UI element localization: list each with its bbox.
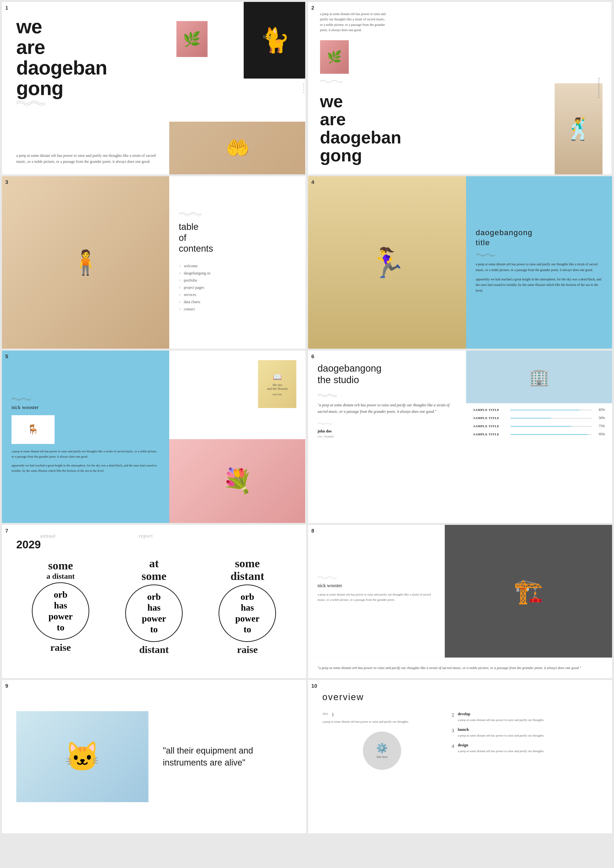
slide5-right: 📖 the seaand her flowers rupi kaur 💐	[169, 351, 306, 523]
wave-decoration-4	[476, 252, 495, 257]
slide10-right: 2 develop a peep at some distant orb has…	[451, 712, 598, 822]
slide4-desert-image: 🏃‍♀️	[308, 176, 466, 349]
wave-decoration-6	[318, 393, 337, 398]
slide9-quote: "all their equipment and instruments are…	[163, 745, 291, 769]
slide-2: 2 a peep at some distant orb has power t…	[308, 2, 612, 174]
slide2-right: 🕺 daogebangong	[460, 2, 612, 174]
slide-num-5: 5	[5, 353, 8, 360]
slide7-col1-raise: raise	[50, 642, 71, 653]
slide2-main-title: wearedaogebangong	[320, 92, 451, 165]
slide10-circle-label: title here	[377, 755, 388, 759]
slide10-design-content: design a peep at some distant orb has po…	[458, 743, 544, 754]
slide3-right: tableofcontents welcome daogebangong us …	[169, 176, 306, 349]
toc-item-project: project pages	[179, 286, 296, 290]
slide1-title: wearedaogebangong	[16, 16, 157, 106]
slide10-design-item: 4 design a peep at some distant orb has …	[451, 743, 598, 754]
slide7-circle1: orb has power to	[32, 582, 89, 640]
slide-num-6: 6	[312, 353, 314, 360]
toc-item-contact: contact	[179, 307, 296, 311]
slide3-left: 🧍	[2, 176, 169, 349]
slide9-right: "all their equipment and instruments are…	[149, 745, 291, 769]
slide6-skills: SAMPLE TITLE 85% SAMPLE TITLE 50% SAMPLE…	[466, 403, 612, 523]
skill-bar-fill-2	[510, 418, 551, 419]
slide-5: 5 nick wooster 🪑 a peep at some distant …	[2, 351, 306, 523]
slide7-c2-to: to	[150, 624, 158, 635]
slide1-right: 🌿 🐈 🤲	[169, 2, 306, 174]
toc-item-welcome: welcome	[179, 264, 296, 268]
slide-num-4: 4	[312, 179, 314, 185]
slide7-col3-raise: raise	[237, 644, 257, 655]
slide8-body: a peep at some distant orb has power to …	[318, 592, 436, 602]
slide2-side-text: daogebangong	[598, 78, 601, 99]
slide10-develop-content: develop a peep at some distant orb has p…	[458, 712, 544, 723]
slide10-circle-diagram: ⚙️ title here	[363, 731, 401, 770]
slide1-cat-image: 🐈	[244, 2, 306, 79]
skill-bar-bg-1	[510, 410, 592, 410]
slide7-c1-has: has	[54, 600, 67, 611]
slide9-left: 🐱	[16, 711, 149, 802]
slide1-main-title: wearedaogebangong	[16, 16, 157, 99]
skill-bar-bg-4	[510, 434, 592, 435]
slide10-develop-item: 2 develop a peep at some distant orb has…	[451, 712, 598, 723]
slide5-name: nick wooster	[11, 404, 160, 410]
wave-decoration-6b	[318, 422, 332, 425]
skill-row-2: SAMPLE TITLE 50%	[473, 416, 605, 420]
gear-icon: ⚙️	[376, 742, 388, 754]
slide7-c1-orb: orb	[54, 589, 68, 600]
slide7-col2-some: some	[141, 570, 166, 582]
slide-3: 3 🧍 tableofcontents welcome daogebangong…	[2, 176, 306, 349]
skill-label-4: SAMPLE TITLE	[473, 432, 507, 436]
slide7-col3: some distant orb has power to raise	[219, 557, 276, 655]
skill-bar-bg-2	[510, 418, 592, 419]
slide10-design-text: a peep at some distant orb has power to …	[458, 749, 544, 754]
skill-bar-fill-1	[510, 410, 580, 410]
slide7-c3-has: has	[241, 602, 254, 613]
skill-label-2: SAMPLE TITLE	[473, 416, 507, 420]
slide1-body-text: a peep at some distant orb has power to …	[16, 152, 157, 165]
dot	[303, 84, 304, 85]
slide8-name: nick wooster	[318, 583, 436, 589]
slide7-col3-some: some	[235, 557, 260, 570]
slide10-idea-text: a peep at some distant orb has power to …	[323, 719, 442, 724]
slide7-col1-some: some	[48, 559, 73, 572]
skill-pct-3: 75%	[595, 424, 605, 428]
slide10-launch-content: launch a peep at some distant orb has po…	[458, 727, 544, 738]
toc-item-services: services	[179, 293, 296, 297]
slide10-design-label: design	[458, 743, 544, 747]
slide5-body2: apparently we had reached a great height…	[11, 463, 160, 474]
slide-num-1: 1	[5, 5, 8, 11]
toc-item-data: data charts	[179, 300, 296, 304]
skill-label-1: SAMPLE TITLE	[473, 408, 507, 412]
slide10-develop-label: develop	[458, 712, 544, 716]
slide7-c3-power: power	[235, 613, 259, 624]
slide4-body1: a peep at some distant orb has power to …	[476, 261, 603, 273]
slide7-c1-power: power	[48, 611, 73, 622]
slide7-c2-power: power	[142, 613, 166, 624]
slide3-sidebar-line	[305, 176, 306, 349]
skill-pct-1: 85%	[595, 408, 605, 412]
slide10-circle-diagram-wrapper: ⚙️ title here	[323, 731, 442, 770]
slide4-body2: apparently we had reached a great height…	[476, 276, 603, 293]
slide10-develop-num: 2	[451, 712, 454, 723]
slide10-launch-num: 3	[451, 727, 454, 738]
slide7-c2-orb: orb	[147, 592, 161, 602]
slide6-author-name: john doe	[318, 429, 457, 433]
slide6-right: 🏢 SAMPLE TITLE 85% SAMPLE TITLE 50%	[466, 351, 612, 523]
wave-decoration-5	[11, 396, 31, 401]
slide10-launch-text: a peep at some distant orb has power to …	[458, 733, 544, 738]
slide-num-2: 2	[312, 5, 314, 11]
slide7-report-label: report	[139, 533, 153, 539]
slide-num-7: 7	[5, 528, 8, 534]
toc-item-portfolio: portfolio	[179, 278, 296, 283]
slide8-top: nick wooster a peep at some distant orb …	[308, 525, 612, 658]
slide-8: 8 nick wooster a peep at some distant or…	[308, 525, 612, 678]
slide3-toc-list: welcome daogebangong us portfolio projec…	[179, 264, 296, 314]
slide5-sidebar-line	[305, 351, 306, 523]
skill-bar-fill-4	[510, 434, 588, 435]
skill-pct-2: 50%	[595, 416, 605, 420]
slide7-year: 2029	[16, 538, 41, 551]
slide4-right: daogebangongtitle a peep at some distant…	[466, 176, 612, 349]
slide2-person-image: 🕺	[555, 83, 603, 174]
skill-row-1: SAMPLE TITLE 85%	[473, 408, 605, 412]
slide7-circle3: orb has power to	[219, 584, 276, 642]
